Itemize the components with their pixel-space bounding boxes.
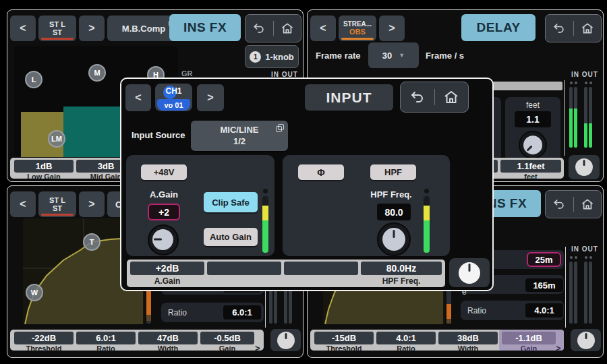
again-knob[interactable] <box>148 224 179 255</box>
gain-label: Gain <box>502 344 556 353</box>
channel-color-underline <box>41 38 74 40</box>
nav-group <box>545 190 602 218</box>
divider <box>564 80 565 156</box>
again-bar-label: A.Gain <box>130 276 204 286</box>
tab-delay[interactable]: DELAY <box>461 14 536 41</box>
undo-icon[interactable] <box>252 22 266 35</box>
phantom-48v-button[interactable]: +48V <box>141 164 187 180</box>
forward-button[interactable]: > <box>79 191 105 217</box>
feet-unit-label: feet <box>505 100 560 110</box>
clip-dot <box>585 82 587 84</box>
out-meter <box>584 87 587 148</box>
width-value[interactable]: 38dB <box>438 332 498 344</box>
hpf-bar-label: HPF Freq. <box>361 276 442 286</box>
ratio-value[interactable]: 6.0:1 <box>223 305 261 320</box>
empty-segment[interactable] <box>207 262 281 275</box>
home-icon[interactable] <box>581 22 594 35</box>
home-icon[interactable] <box>443 89 459 105</box>
threshold-label: Threshold <box>14 344 74 353</box>
back-button[interactable]: < <box>310 16 336 41</box>
mixer-screen: < ST L ST > M.B.Comp INS FX 1 1-knob GR … <box>0 0 607 364</box>
again-value[interactable]: +2 <box>148 204 180 220</box>
level-meter <box>262 196 268 253</box>
frame-unit-label: Frame / s <box>426 51 464 61</box>
threshold-value[interactable]: -15dB <box>314 332 374 344</box>
hpf-bar-value[interactable]: 80.0Hz <box>361 262 442 275</box>
mid-band-handle[interactable]: M <box>88 64 106 82</box>
level-meter <box>424 196 430 253</box>
knob-button[interactable] <box>569 155 600 179</box>
clip-dot <box>570 82 573 84</box>
auto-gain-button[interactable]: Auto Gain <box>204 228 258 246</box>
gr-meter-tail <box>446 319 451 324</box>
back-button[interactable]: < <box>125 84 151 111</box>
channel-color-underline <box>341 38 374 40</box>
release-value[interactable]: 165m <box>525 278 563 292</box>
low-gain-label: Low Gain <box>14 173 74 181</box>
clip-safe-button[interactable]: Clip Safe <box>204 192 258 212</box>
low-gain-value[interactable]: 1dB <box>14 160 74 173</box>
ratio-value[interactable]: 4.0:1 <box>525 303 563 317</box>
back-icon: < <box>20 198 26 210</box>
one-knob-button[interactable]: 1 1-knob <box>245 45 299 68</box>
low-band-handle[interactable]: L <box>25 71 42 88</box>
channel-select-button[interactable]: ST L ST <box>38 16 76 41</box>
forward-button[interactable]: > <box>379 16 405 41</box>
channel-select-button[interactable]: STREA... OBS <box>339 16 376 41</box>
forward-icon: > <box>388 22 395 34</box>
phase-button[interactable]: Φ <box>298 164 344 180</box>
ratio-row: Ratio 6.0:1 <box>161 303 264 322</box>
channel-select-button[interactable]: ST L ST <box>38 191 76 217</box>
hpf-freq-value[interactable]: 80.0 <box>377 204 411 220</box>
width-value[interactable]: 47dB <box>138 332 198 344</box>
again-label: A.Gain <box>136 189 192 200</box>
undo-icon[interactable] <box>552 198 566 211</box>
channel-select-button[interactable]: CH1 vo 01 <box>155 84 192 111</box>
again-bar-value[interactable]: +2dB <box>130 262 204 275</box>
out-meter <box>589 262 592 324</box>
hpf-button[interactable]: HPF <box>370 164 416 180</box>
divider <box>573 197 574 212</box>
empty-segment[interactable] <box>284 262 358 275</box>
forward-button[interactable]: > <box>79 16 105 41</box>
in-out-label: IN OUT <box>567 71 603 78</box>
clip-dot <box>263 189 268 193</box>
nav-group <box>245 14 301 42</box>
forward-button[interactable]: > <box>197 84 224 111</box>
input-source-button[interactable]: MIC/LINE 1/2 <box>191 121 288 151</box>
back-icon: < <box>320 22 326 34</box>
divider <box>434 89 435 105</box>
gain-value[interactable]: -0.5dB <box>200 332 254 344</box>
feet-value[interactable]: 1.1 <box>515 111 551 127</box>
width-handle[interactable]: W <box>26 284 43 301</box>
attack-value[interactable]: 25m <box>527 252 561 267</box>
ratio-label: Ratio <box>376 344 436 353</box>
frame-rate-dropdown[interactable]: 30 ▼ <box>368 42 419 68</box>
delay-value[interactable]: 1.1feet <box>500 160 561 173</box>
ratio-value[interactable]: 6.0:1 <box>76 332 136 344</box>
knob-button[interactable] <box>449 258 490 287</box>
lowmid-band-handle[interactable]: LM <box>48 130 65 148</box>
nav-group <box>545 14 602 42</box>
knob-button[interactable] <box>571 329 601 351</box>
threshold-handle[interactable]: T <box>83 233 100 251</box>
feet-knob[interactable] <box>519 131 547 159</box>
undo-icon[interactable] <box>409 89 426 105</box>
chevron-right-icon[interactable]: > <box>255 343 260 353</box>
knob-button[interactable] <box>270 329 301 351</box>
gain-value[interactable]: -1.1dB <box>502 332 556 344</box>
input-popup: < CH1 vo 01 > INPUT Input Source MIC/LIN… <box>120 78 494 291</box>
back-button[interactable]: < <box>10 16 36 41</box>
home-icon[interactable] <box>581 198 594 211</box>
tab-ins-fx[interactable]: INS FX <box>169 14 241 41</box>
back-icon: < <box>135 92 141 104</box>
channel-color-underline <box>41 214 74 216</box>
ratio-value[interactable]: 4.0:1 <box>376 332 436 344</box>
undo-icon[interactable] <box>552 22 566 35</box>
back-button[interactable]: < <box>10 191 36 217</box>
divider <box>573 21 574 36</box>
home-icon[interactable] <box>281 22 294 35</box>
threshold-value[interactable]: -22dB <box>14 332 74 344</box>
chevron-right-icon[interactable]: > <box>556 343 561 353</box>
hpf-freq-knob[interactable] <box>377 222 411 256</box>
